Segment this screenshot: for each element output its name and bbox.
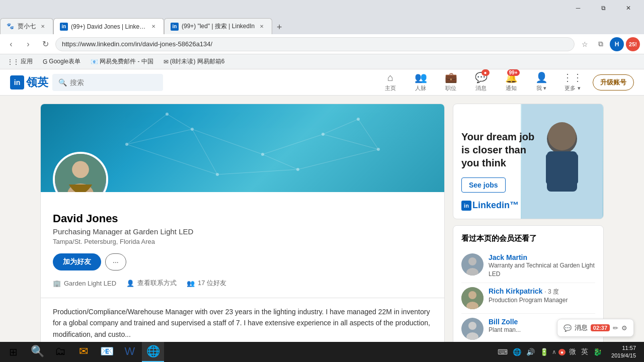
more-icon: ⋮⋮ [562, 71, 583, 83]
chat-edit-icon[interactable]: ✏ [613, 324, 618, 332]
browser-chrome: ─ ⧉ ✕ 🐾 贾小七 ✕ in (99+) David Jones | Lin… [0, 0, 644, 69]
title-bar: ─ ⧉ ✕ [0, 0, 644, 16]
svg-line-1 [192, 129, 263, 154]
tray-volume[interactable]: 🔊 [525, 348, 536, 356]
word-icon: W [125, 345, 135, 358]
start-button[interactable]: ⊞ [2, 342, 24, 362]
chat-settings-icon[interactable]: ⚙ [621, 324, 627, 332]
taskbar-outlook[interactable]: 📧 [96, 342, 118, 362]
bookmark-netease-mail[interactable]: 📧 网易免费邮件 - 中国 [88, 56, 156, 67]
contact-meta[interactable]: 👤 查看联系方式 [126, 279, 177, 288]
forward-button[interactable]: › [21, 37, 35, 51]
svg-point-28 [548, 122, 576, 150]
nav-people[interactable]: 👥 人脉 [406, 69, 436, 96]
tab-favicon-led: in [171, 23, 179, 31]
tab-close-led[interactable]: ✕ [258, 23, 266, 31]
rich-kirkpatrick-info: Rich Kirkpatrick · 3 度 Production Progra… [489, 287, 595, 305]
tray-ime-zh[interactable]: 微 [568, 347, 578, 356]
tab-close-david[interactable]: ✕ [149, 23, 157, 31]
svg-line-11 [323, 119, 358, 134]
bookmark-google-forms[interactable]: G Google表单 [40, 56, 84, 67]
clock-date: 2019/4/15 [611, 352, 636, 359]
profile-avatar-browser[interactable]: H [610, 37, 624, 51]
search-box[interactable]: 🔍 [52, 74, 163, 91]
rich-name-text: Rich Kirkpatrick [489, 287, 542, 295]
linkedin-ad-logo: in Linkedin™ [461, 200, 519, 211]
profile-banner [41, 104, 444, 192]
svg-point-33 [468, 257, 476, 265]
svg-point-16 [321, 133, 325, 136]
rich-kirkpatrick-subtitle: Production Program Manager [489, 296, 595, 305]
upgrade-button[interactable]: 升级账号 [593, 74, 634, 90]
tab-jia[interactable]: 🐾 贾小七 ✕ [0, 18, 53, 34]
tray-battery[interactable]: 🔋 [538, 348, 550, 356]
new-tab-button[interactable]: + [272, 20, 286, 34]
taskbar-mail[interactable]: ✉ [72, 342, 95, 362]
svg-point-19 [296, 168, 299, 171]
nav-messages[interactable]: 💬 ● 消息 [466, 69, 496, 96]
reload-button[interactable]: ↻ [38, 37, 52, 51]
tab-title-jia: 贾小七 [18, 22, 36, 31]
tab-close-jia[interactable]: ✕ [39, 23, 47, 31]
svg-point-13 [125, 143, 128, 146]
see-jobs-button[interactable]: See jobs [461, 177, 506, 193]
person-rich-kirkpatrick[interactable]: Rich Kirkpatrick · 3 度 Production Progra… [461, 283, 595, 314]
ad-logo-in: in [461, 201, 471, 211]
address-input[interactable] [55, 37, 575, 51]
close-button[interactable]: ✕ [617, 1, 640, 15]
nav-me[interactable]: 👤 我 ▾ [526, 69, 556, 96]
bookmark-apps[interactable]: ⋮⋮ 应用 [4, 56, 36, 67]
back-button[interactable]: ‹ [4, 37, 18, 51]
connect-button[interactable]: 加为好友 [53, 253, 101, 270]
tray-overflow[interactable]: ∧ [552, 348, 556, 355]
taskbar-tray: ⌨ 🌐 🔊 🔋 ∧ ● 微 英 🐉 [492, 347, 607, 356]
svg-point-15 [261, 153, 264, 156]
address-actions: ☆ ⧉ H 25! [578, 37, 640, 51]
nav-jobs[interactable]: 💼 职位 [436, 69, 466, 96]
tray-network[interactable]: 🌐 [511, 348, 523, 356]
nav-home[interactable]: ⌂ 主页 [375, 69, 406, 96]
show-desktop[interactable] [640, 342, 642, 362]
nav-people-label: 人脉 [415, 84, 426, 92]
rich-kirkpatrick-name: Rich Kirkpatrick · 3 度 [489, 287, 595, 296]
svg-point-36 [468, 291, 476, 299]
taskbar-taskview[interactable]: 🗂 [49, 342, 71, 362]
tray-ime-en[interactable]: 英 [580, 347, 590, 356]
main-content: David Jones Purchasing Manager at Garden… [0, 96, 644, 360]
linkedin-logo[interactable]: in 领英 [10, 75, 48, 90]
tray-dragon[interactable]: 🐉 [592, 348, 603, 356]
minimize-button[interactable]: ─ [567, 1, 590, 15]
extensions-btn[interactable]: ⧉ [594, 37, 608, 51]
bookmark-star[interactable]: ☆ [578, 37, 592, 51]
restore-button[interactable]: ⧉ [592, 1, 615, 15]
search-input[interactable] [70, 78, 155, 86]
tab-title-david: (99+) David Jones | LinkedIn [71, 23, 146, 30]
linkedin-page: in 领英 🔍 ⌂ 主页 👥 人脉 💼 职位 💬 ● [0, 69, 644, 362]
nav-notifications[interactable]: 🔔 99+ 通知 [496, 69, 526, 96]
taskbar-clock[interactable]: 11:57 2019/4/15 [607, 344, 640, 360]
extension-icon[interactable]: 25! [626, 37, 640, 51]
bookmark-netease-inbox[interactable]: ✉ (8封未读) 网易邮箱6 [160, 56, 228, 67]
tabs-bar: 🐾 贾小七 ✕ in (99+) David Jones | LinkedIn … [0, 16, 644, 34]
person-jack-martin[interactable]: Jack Martin Warranty and Technical at Ga… [461, 249, 595, 283]
linkedin-logo-text: 领英 [26, 75, 48, 90]
tab-led[interactable]: in (99+) "led" | 搜索 | LinkedIn ✕ [164, 18, 272, 34]
google-icon: G [43, 58, 47, 65]
bio-text: Production/Compliance/Warehouse Manager … [53, 306, 432, 340]
nav-more[interactable]: ⋮⋮ 更多 ▾ [556, 69, 589, 96]
rich-degree: · 3 度 [544, 288, 559, 295]
taskbar-word[interactable]: W [119, 342, 141, 362]
inbox-icon: ✉ [164, 58, 169, 65]
chat-popup[interactable]: 💬 消息 02:37 ✏ ⚙ [557, 319, 634, 337]
tab-favicon-jia: 🐾 [7, 23, 15, 31]
more-button[interactable]: ··· [105, 253, 126, 270]
chat-icon: 💬 [564, 324, 572, 332]
taskbar-chrome[interactable]: 🌐 [142, 342, 164, 362]
svg-line-6 [298, 149, 378, 169]
taskbar-search[interactable]: 🔍 [26, 342, 48, 362]
nav-more-label: 更多 ▾ [565, 84, 580, 92]
profile-body: David Jones Purchasing Manager at Garden… [41, 192, 444, 298]
tab-david[interactable]: in (99+) David Jones | LinkedIn ✕ [53, 18, 164, 34]
chat-label: 消息 [575, 323, 588, 332]
tray-keyboard[interactable]: ⌨ [496, 348, 509, 356]
